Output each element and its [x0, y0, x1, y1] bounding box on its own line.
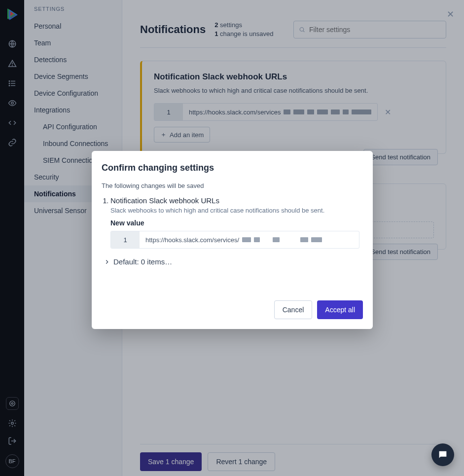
confirm-changes-dialog: Confirm changing settings The following …	[92, 151, 373, 329]
new-value-label: New value	[110, 219, 363, 227]
support-chat-button[interactable]	[431, 443, 454, 466]
default-expand-row[interactable]: Default: 0 items…	[104, 257, 363, 266]
dialog-subtitle: The following changes will be saved	[102, 182, 363, 189]
change-desc: Slack webhooks to which high and critica…	[110, 207, 363, 214]
row-index: 1	[111, 231, 140, 248]
chevron-right-icon	[104, 258, 110, 265]
cancel-button[interactable]: Cancel	[274, 300, 313, 319]
chat-icon	[437, 449, 448, 460]
change-item: Notification Slack webhook URLs Slack we…	[110, 196, 363, 249]
new-value-url: https://hooks.slack.com/services/	[140, 231, 359, 248]
accept-all-button[interactable]: Accept all	[317, 300, 363, 319]
new-value-row: 1 https://hooks.slack.com/services/	[110, 231, 359, 249]
dialog-title: Confirm changing settings	[102, 163, 363, 173]
change-name: Notification Slack webhook URLs	[110, 196, 363, 205]
